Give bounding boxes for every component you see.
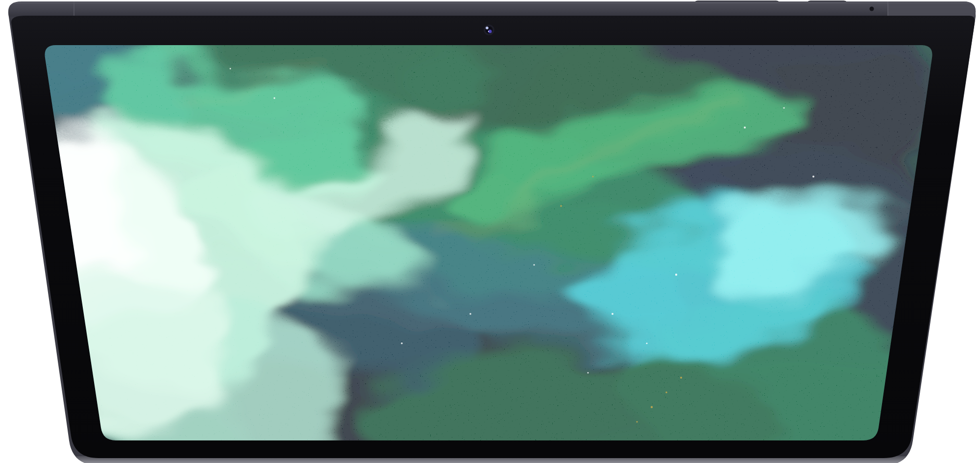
- sparkle-grain: [43, 45, 934, 440]
- front-camera: [484, 25, 494, 35]
- tablet-device: [0, 0, 980, 463]
- photo-background: [0, 0, 980, 463]
- top-edge-highlight: [0, 2, 980, 3]
- camera-lens-glint-blue: [486, 26, 489, 29]
- microphone-hole: [870, 7, 874, 11]
- camera-lens-glint-white: [488, 31, 489, 32]
- display-screen: [0, 0, 946, 463]
